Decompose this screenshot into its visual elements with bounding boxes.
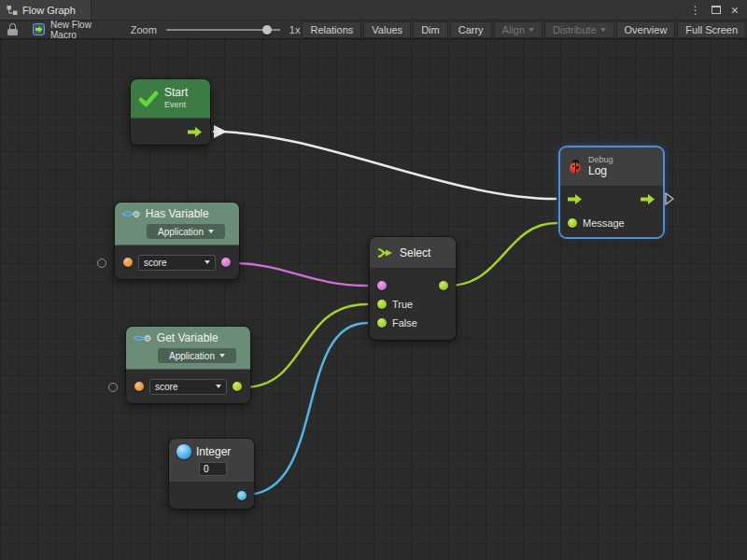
zoom-value: 1x	[289, 24, 301, 35]
variable-scope-dropdown[interactable]: Application	[158, 348, 236, 363]
node-title: Get Variable	[157, 331, 218, 344]
variable-icon: <>⚙	[122, 208, 141, 219]
variable-name-dropdown[interactable]: score	[149, 379, 227, 395]
variable-name-dropdown[interactable]: score	[138, 255, 216, 271]
graph-toolbar: New Flow Macro Zoom 1x Relations Values …	[0, 21, 747, 39]
selection-output-port[interactable]	[439, 281, 448, 290]
toolbar-buttons: Relations Values Dim Carry Align Distrib…	[300, 21, 747, 38]
connection-getvariable-to-select[interactable]	[244, 304, 367, 387]
zoom-label: Zoom	[131, 24, 157, 35]
relations-button[interactable]: Relations	[302, 21, 361, 38]
chevron-down-icon	[208, 230, 214, 233]
align-label: Align	[502, 24, 525, 35]
flow-macro-icon	[33, 23, 45, 35]
connection-hasvariable-to-select[interactable]	[233, 263, 367, 286]
window-maximize-icon[interactable]	[712, 6, 721, 14]
chevron-down-icon	[529, 28, 534, 32]
carry-button[interactable]: Carry	[450, 21, 492, 38]
unconnected-input-port-icon	[108, 383, 118, 392]
overview-label: Overview	[625, 24, 668, 35]
window-menu-icon[interactable]: ⋮	[690, 5, 701, 16]
node-get-variable[interactable]: <>⚙ Get Variable Application score	[126, 327, 250, 403]
node-select[interactable]: Select True False	[370, 237, 456, 340]
values-label: Values	[372, 24, 402, 35]
node-title: Log	[588, 165, 613, 178]
tab-flow-graph[interactable]: Flow Graph	[0, 0, 92, 20]
false-input-port[interactable]	[377, 318, 387, 328]
ladybug-icon	[568, 160, 583, 175]
connection-integer-to-select[interactable]	[246, 323, 367, 495]
fullscreen-label: Full Screen	[685, 24, 738, 35]
fullscreen-button[interactable]: Full Screen	[677, 21, 746, 38]
distribute-label: Distribute	[553, 24, 596, 35]
unconnected-input-port-icon	[97, 259, 106, 268]
chevron-down-icon	[219, 354, 225, 357]
value-output-port[interactable]	[233, 382, 242, 391]
flow-output-port-icon[interactable]	[641, 194, 655, 204]
result-output-port[interactable]	[221, 258, 231, 267]
variable-name-value: score	[144, 258, 166, 268]
message-port-label: Message	[583, 217, 625, 229]
distribute-button[interactable]: Distribute	[544, 21, 613, 38]
variable-name-value: score	[155, 382, 177, 392]
variable-name-port[interactable]	[134, 382, 144, 391]
select-icon	[377, 246, 394, 259]
true-port-label: True	[392, 299, 413, 310]
connection-start-to-debuglog[interactable]	[214, 132, 556, 199]
variable-name-port[interactable]	[123, 258, 133, 267]
variable-scope-dropdown[interactable]: Application	[147, 224, 225, 239]
zoom-slider-knob[interactable]	[262, 25, 272, 35]
overview-button[interactable]: Overview	[616, 21, 676, 38]
node-subtitle: Event	[164, 100, 188, 109]
message-input-port[interactable]	[568, 218, 577, 228]
node-debug-log[interactable]: Debug Log Message	[560, 147, 663, 237]
chevron-down-icon	[216, 385, 221, 388]
connection-select-to-debuglog[interactable]	[448, 223, 557, 286]
node-title: Integer	[196, 445, 231, 458]
node-integer[interactable]: Integer 0	[169, 439, 254, 509]
window-controls: ⋮ ×	[690, 0, 747, 20]
integer-icon	[176, 444, 191, 459]
dim-button[interactable]: Dim	[413, 21, 448, 38]
lock-icon[interactable]	[7, 23, 19, 35]
carry-label: Carry	[458, 24, 484, 35]
unconnected-flow-output-icon	[664, 191, 675, 206]
align-button[interactable]: Align	[494, 21, 543, 38]
condition-input-port[interactable]	[377, 281, 387, 290]
window-close-icon[interactable]: ×	[731, 4, 739, 17]
scope-value: Application	[158, 227, 204, 237]
chevron-down-icon	[204, 260, 210, 264]
relations-label: Relations	[310, 24, 353, 35]
flow-graph-icon	[7, 5, 18, 16]
node-title: Start	[164, 87, 188, 100]
zoom-slider[interactable]	[166, 24, 280, 35]
node-title: Has Variable	[146, 207, 209, 220]
false-port-label: False	[392, 317, 417, 329]
node-start-event[interactable]: Start Event	[131, 79, 210, 145]
flow-input-port-icon[interactable]	[568, 194, 583, 204]
values-button[interactable]: Values	[363, 21, 411, 38]
macro-name: New Flow Macro	[50, 20, 118, 40]
tab-title: Flow Graph	[22, 5, 76, 16]
variable-icon: <>⚙	[134, 332, 152, 343]
node-has-variable[interactable]: <>⚙ Has Variable Application score	[115, 203, 239, 279]
true-input-port[interactable]	[377, 300, 387, 309]
dim-label: Dim	[421, 24, 440, 35]
check-icon	[138, 91, 159, 107]
chevron-down-icon	[600, 28, 606, 32]
scope-value: Application	[169, 351, 215, 361]
integer-value-input[interactable]: 0	[199, 462, 227, 476]
connection-arrow-icon	[214, 125, 227, 138]
node-title: Select	[400, 246, 430, 259]
flow-output-port-icon[interactable]	[188, 127, 203, 137]
title-bar: Flow Graph ⋮ ×	[0, 0, 747, 21]
graph-canvas[interactable]: Start Event Debug Log	[0, 39, 747, 560]
value-output-port[interactable]	[237, 491, 247, 500]
